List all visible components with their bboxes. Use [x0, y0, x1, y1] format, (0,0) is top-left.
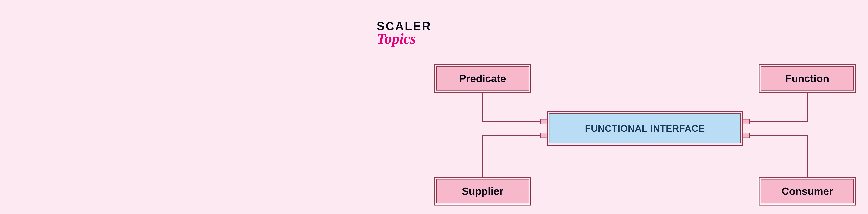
connector-line	[807, 135, 808, 177]
node-label: Consumer	[761, 179, 854, 203]
functional-interface-diagram: Predicate Function Supplier Consumer FUN…	[0, 0, 868, 214]
node-function: Function	[758, 64, 856, 93]
connector-line	[750, 135, 808, 136]
connector-line	[807, 93, 808, 121]
connector-stub	[540, 133, 547, 138]
connector-line	[750, 121, 808, 122]
connector-line	[482, 135, 483, 177]
connector-stub	[743, 119, 750, 124]
connector-line	[482, 135, 540, 136]
connector-line	[482, 93, 483, 121]
node-label: Predicate	[436, 66, 529, 91]
node-predicate: Predicate	[434, 64, 531, 93]
node-supplier: Supplier	[434, 177, 531, 206]
node-label: Supplier	[436, 179, 529, 203]
node-consumer: Consumer	[758, 177, 856, 206]
node-label: Function	[761, 66, 854, 91]
connector-stub	[540, 119, 547, 124]
connector-stub	[743, 133, 750, 138]
node-label: FUNCTIONAL INTERFACE	[549, 113, 741, 143]
node-functional-interface: FUNCTIONAL INTERFACE	[547, 111, 743, 146]
connector-line	[482, 121, 540, 122]
